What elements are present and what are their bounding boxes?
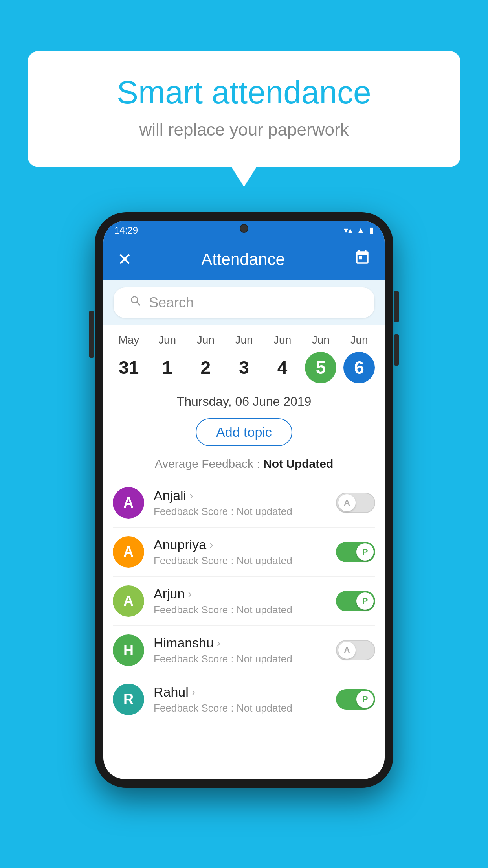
chevron-right-icon: › [192,686,195,699]
signal-icon: ▲ [356,225,365,235]
calendar-day-0[interactable]: May31 [111,334,147,383]
status-time: 14:29 [114,225,138,236]
attendance-toggle-container[interactable]: A [336,640,375,660]
feedback-score: Feedback Score : Not updated [154,555,327,567]
student-avatar: H [113,634,144,666]
cal-month-label: May [118,334,139,346]
attendance-toggle-container[interactable]: A [336,493,375,513]
toggle-knob: P [356,691,374,708]
student-info: Anupriya ›Feedback Score : Not updated [154,537,327,567]
feedback-score: Feedback Score : Not updated [154,702,327,714]
speech-bubble-container: Smart attendance will replace your paper… [28,51,460,167]
app-header: ✕ Attendance [103,238,385,280]
battery-icon: ▮ [369,225,374,235]
status-icons: ▾▴ ▲ ▮ [344,225,374,235]
student-name[interactable]: Arjun › [154,586,327,601]
student-name[interactable]: Rahul › [154,684,327,700]
student-item: HHimanshu ›Feedback Score : Not updatedA [113,626,375,675]
search-container: Search [103,280,385,325]
student-avatar: R [113,684,144,715]
toggle-knob: P [356,592,374,610]
student-info: Rahul ›Feedback Score : Not updated [154,684,327,714]
attendance-toggle-container[interactable]: P [336,542,375,562]
camera-notch [240,224,248,233]
attendance-toggle[interactable]: P [336,591,375,611]
cal-month-label: Jun [312,334,330,346]
student-info: Anjali ›Feedback Score : Not updated [154,488,327,518]
feedback-score: Feedback Score : Not updated [154,506,327,518]
cal-date-label: 4 [267,352,298,383]
feedback-score: Feedback Score : Not updated [154,653,327,665]
avg-feedback-value: Not Updated [263,457,333,470]
student-avatar: A [113,487,144,519]
cal-month-label: Jun [350,334,368,346]
attendance-toggle[interactable]: A [336,493,375,513]
student-item: RRahul ›Feedback Score : Not updatedP [113,675,375,724]
bubble-title: Smart attendance [59,75,429,110]
attendance-toggle-container[interactable]: P [336,689,375,710]
cal-month-label: Jun [235,334,253,346]
toggle-knob: P [356,543,374,561]
student-avatar: A [113,585,144,617]
bubble-subtitle: will replace your paperwork [59,120,429,140]
chevron-right-icon: › [209,539,213,551]
student-info: Arjun ›Feedback Score : Not updated [154,586,327,616]
student-list: AAnjali ›Feedback Score : Not updatedAAA… [103,478,385,724]
volume-down-button[interactable] [394,334,399,366]
attendance-toggle-container[interactable]: P [336,591,375,611]
cal-month-label: Jun [197,334,215,346]
student-name[interactable]: Anupriya › [154,537,327,552]
attendance-toggle[interactable]: A [336,640,375,660]
cal-month-label: Jun [158,334,176,346]
student-name[interactable]: Himanshu › [154,635,327,651]
toggle-knob: A [338,494,356,511]
phone-outer: 14:29 ▾▴ ▲ ▮ ✕ Attendance [95,212,393,788]
average-feedback: Average Feedback : Not Updated [103,453,385,478]
cal-date-label: 1 [152,352,183,383]
phone-container: 14:29 ▾▴ ▲ ▮ ✕ Attendance [95,212,393,788]
add-topic-button[interactable]: Add topic [196,418,292,446]
calendar-day-3[interactable]: Jun3 [226,334,262,383]
status-bar: 14:29 ▾▴ ▲ ▮ [103,221,385,238]
cal-date-label: 2 [190,352,221,383]
header-title: Attendance [132,250,354,269]
calendar-day-6[interactable]: Jun6 [341,334,377,383]
student-item: AAnupriya ›Feedback Score : Not updatedP [113,528,375,577]
selected-date-label: Thursday, 06 June 2019 [103,387,385,413]
student-info: Himanshu ›Feedback Score : Not updated [154,635,327,665]
avg-feedback-label: Average Feedback : [155,457,260,470]
cal-date-label: 3 [228,352,260,383]
cal-date-label: 6 [343,352,375,383]
power-button[interactable] [89,311,94,358]
add-topic-container: Add topic [103,413,385,453]
cal-date-label: 31 [113,352,145,383]
toggle-knob: A [338,642,356,659]
search-bar[interactable]: Search [114,287,374,318]
chevron-right-icon: › [189,489,193,502]
student-item: AAnjali ›Feedback Score : Not updatedA [113,478,375,528]
attendance-toggle[interactable]: P [336,542,375,562]
cal-date-label: 5 [305,352,336,383]
student-avatar: A [113,536,144,568]
student-item: AArjun ›Feedback Score : Not updatedP [113,577,375,626]
close-button[interactable]: ✕ [117,249,132,269]
calendar-day-4[interactable]: Jun4 [265,334,300,383]
feedback-score: Feedback Score : Not updated [154,604,327,616]
cal-month-label: Jun [273,334,291,346]
attendance-toggle[interactable]: P [336,689,375,710]
calendar-strip: May31Jun1Jun2Jun3Jun4Jun5Jun6 [103,325,385,387]
calendar-day-1[interactable]: Jun1 [150,334,185,383]
volume-up-button[interactable] [394,291,399,322]
search-input[interactable]: Search [149,294,194,311]
calendar-day-5[interactable]: Jun5 [303,334,338,383]
student-name[interactable]: Anjali › [154,488,327,503]
search-icon [129,294,143,311]
chevron-right-icon: › [217,637,220,649]
calendar-day-2[interactable]: Jun2 [188,334,223,383]
speech-bubble: Smart attendance will replace your paper… [28,51,460,167]
phone-screen: 14:29 ▾▴ ▲ ▮ ✕ Attendance [103,221,385,779]
calendar-icon[interactable] [354,249,371,269]
wifi-icon: ▾▴ [344,225,352,235]
chevron-right-icon: › [188,588,191,600]
